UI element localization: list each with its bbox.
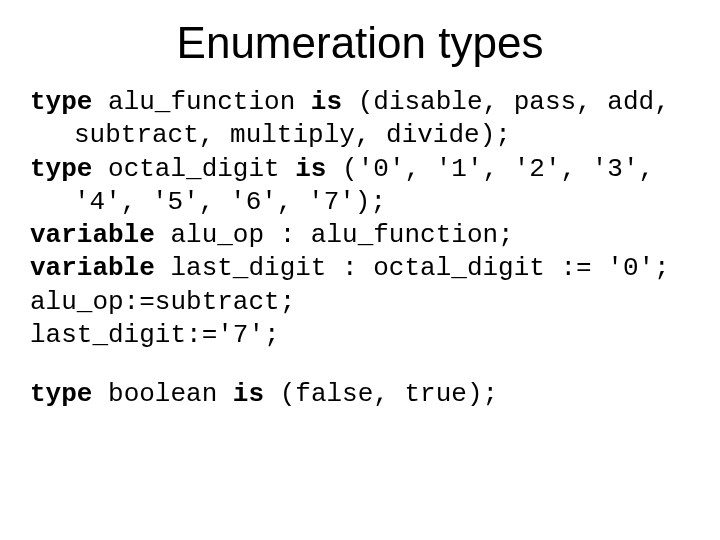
code-line-6: last_digit:='7'; (30, 319, 690, 352)
code-line-1: type alu_function is (disable, pass, add… (30, 86, 690, 153)
code-text: alu_op:=subtract; (30, 287, 295, 317)
code-text: boolean (92, 379, 232, 409)
spacer (30, 352, 690, 378)
keyword-type: type (30, 87, 92, 117)
keyword-variable: variable (30, 253, 155, 283)
code-text: last_digit : octal_digit := '0'; (155, 253, 670, 283)
code-line-4: variable last_digit : octal_digit := '0'… (30, 252, 690, 285)
code-line-5: alu_op:=subtract; (30, 286, 690, 319)
keyword-type: type (30, 154, 92, 184)
code-text: octal_digit (92, 154, 295, 184)
keyword-is: is (311, 87, 342, 117)
code-line-7: type boolean is (false, true); (30, 378, 690, 411)
code-text: alu_function (92, 87, 310, 117)
code-block: type alu_function is (disable, pass, add… (30, 86, 690, 411)
keyword-is: is (295, 154, 326, 184)
code-text: alu_op : alu_function; (155, 220, 514, 250)
code-text: last_digit:='7'; (30, 320, 280, 350)
keyword-is: is (233, 379, 264, 409)
keyword-type: type (30, 379, 92, 409)
slide-title: Enumeration types (30, 18, 690, 68)
code-line-2: type octal_digit is ('0', '1', '2', '3',… (30, 153, 690, 220)
code-line-3: variable alu_op : alu_function; (30, 219, 690, 252)
keyword-variable: variable (30, 220, 155, 250)
code-text: (false, true); (264, 379, 498, 409)
